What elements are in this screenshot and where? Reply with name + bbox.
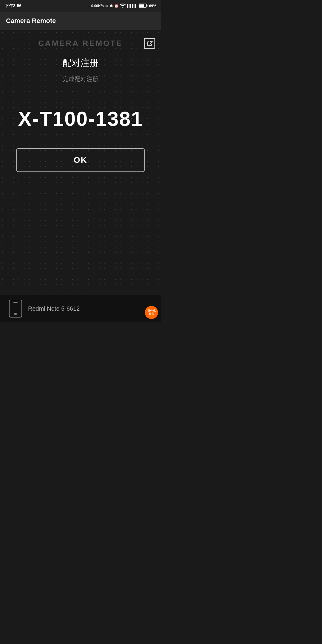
- device-name: X-T100-1381: [18, 107, 143, 130]
- ok-button-wrapper: OK: [16, 148, 145, 172]
- signal-icon: ▌▌▌▌: [127, 4, 137, 8]
- status-time: 下午3:56: [5, 3, 21, 9]
- status-icons: ··· 0.00K/s ⊕ ✱ ⏰ ▌▌▌▌ 69%: [87, 4, 156, 9]
- status-network: 0.00K/s: [91, 4, 104, 8]
- svg-rect-2: [146, 5, 147, 7]
- pair-title: 配对注册: [63, 57, 98, 69]
- status-bar: 下午3:56 ··· 0.00K/s ⊕ ✱ ⏰ ▌▌▌▌ 69%: [0, 0, 161, 12]
- content-overlay: CAMERA REMOTE 配对注册 完成配对注册 X-T100-1381 OK…: [0, 30, 161, 322]
- status-dots: ···: [87, 4, 90, 8]
- battery-percent: 69%: [149, 4, 156, 8]
- bottom-device-bar: Redmi Note 5-6612: [0, 295, 161, 322]
- app-bar: Camera Remote: [0, 12, 161, 30]
- pair-section: 配对注册 完成配对注册: [0, 54, 161, 89]
- watermark-text: 值什么得买: [148, 309, 156, 316]
- wifi-icon: [120, 4, 126, 9]
- ok-button[interactable]: OK: [16, 148, 145, 172]
- main-content: CAMERA REMOTE 配对注册 完成配对注册 X-T100-1381 OK…: [0, 30, 161, 322]
- phone-icon: [9, 300, 22, 318]
- device-label: Redmi Note 5-6612: [28, 305, 80, 312]
- pair-subtitle: 完成配对注册: [63, 75, 98, 83]
- camera-remote-logo: CAMERA REMOTE: [38, 39, 123, 48]
- bluetooth-icon: ✱: [110, 4, 113, 8]
- location-icon: ⊕: [105, 4, 108, 8]
- alarm-icon: ⏰: [114, 4, 119, 8]
- watermark-badge: 值什么得买: [145, 306, 158, 319]
- logo-area: CAMERA REMOTE: [0, 30, 161, 54]
- external-link-button[interactable]: [144, 38, 155, 49]
- svg-rect-1: [139, 4, 144, 7]
- app-title: Camera Remote: [6, 17, 56, 25]
- battery-icon: [139, 4, 148, 9]
